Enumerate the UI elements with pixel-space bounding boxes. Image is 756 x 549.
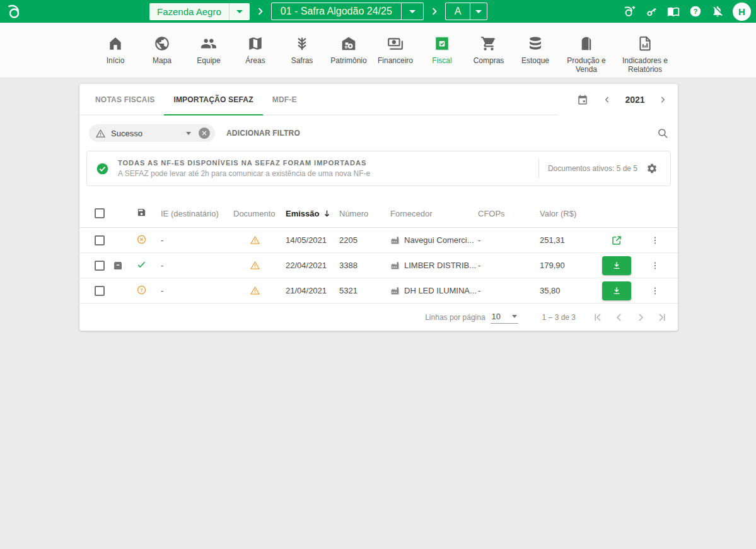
calendar-icon[interactable]: [577, 94, 588, 105]
search-button[interactable]: [657, 127, 669, 139]
last-page-button[interactable]: [656, 312, 668, 323]
field-selector[interactable]: A: [445, 3, 488, 20]
cell-fornecedor: LIMBER DISTRIB...: [404, 261, 476, 270]
map-icon: [247, 35, 264, 52]
nav-item-financeiro[interactable]: Financeiro: [372, 35, 419, 65]
first-page-button[interactable]: [592, 312, 603, 323]
chevron-left-icon: [614, 312, 625, 323]
nav-item-mapa[interactable]: Mapa: [139, 35, 185, 65]
cart-icon: [480, 35, 497, 52]
open-document-button[interactable]: [611, 235, 622, 246]
wheat-icon: [294, 35, 310, 52]
key-icon[interactable]: [644, 4, 658, 18]
warning-icon: [250, 285, 260, 296]
clear-filter-button[interactable]: [199, 127, 210, 139]
row-checkbox[interactable]: [95, 261, 105, 271]
database-icon: [527, 35, 544, 52]
column-header-ie[interactable]: IE (destinatário): [153, 209, 233, 218]
silo-icon: [578, 35, 595, 52]
row-menu-button[interactable]: [650, 261, 660, 271]
notifications-off-icon[interactable]: [711, 4, 724, 18]
row-menu-button[interactable]: [650, 235, 660, 245]
nav-item-equipe[interactable]: Equipe: [185, 35, 232, 65]
nav-item-compras[interactable]: Compras: [465, 35, 512, 65]
download-icon: [612, 261, 622, 271]
warning-icon: [250, 260, 260, 271]
tab-importacao-sefaz[interactable]: IMPORTAÇÃO SEFAZ: [164, 84, 262, 115]
tab-bar: NOTAS FISCAIS IMPORTAÇÃO SEFAZ MDF-E: [79, 84, 558, 115]
download-button[interactable]: [602, 256, 631, 275]
column-header-valor[interactable]: Valor (R$): [540, 209, 602, 218]
cell-valor: 251,31: [540, 235, 602, 245]
cell-ie: -: [153, 261, 233, 270]
cell-fornecedor: Navegui Comerci...: [404, 235, 474, 245]
add-filter-button[interactable]: ADICIONAR FILTRO: [226, 129, 300, 138]
factory-icon: [390, 286, 400, 295]
receipt-check-icon: [434, 35, 450, 52]
aegro-logo: [6, 3, 22, 20]
table-header: IE (destinatário) Documento Emissão Núme…: [79, 199, 678, 228]
chevron-down-icon: [512, 315, 517, 318]
tab-notas-fiscais[interactable]: NOTAS FISCAIS: [86, 84, 164, 115]
breadcrumb-chevron-icon: [257, 7, 264, 16]
cell-cfops: -: [478, 261, 540, 270]
chevron-down-icon: [186, 132, 191, 135]
gear-icon[interactable]: [646, 163, 658, 174]
harvest-selector[interactable]: 01 - Safra Algodão 24/25: [271, 3, 424, 20]
nav-item-fiscal[interactable]: Fiscal: [419, 35, 465, 65]
nav-item-areas[interactable]: Áreas: [232, 35, 279, 65]
unknown-icon: ?: [136, 285, 147, 295]
warning-icon: [250, 235, 260, 245]
cell-numero: 5321: [339, 286, 390, 295]
previous-year-icon[interactable]: [602, 95, 612, 105]
nav-item-producao-venda[interactable]: Produção e Venda: [559, 35, 614, 74]
nav-item-inicio[interactable]: Início: [92, 35, 139, 65]
nav-item-indicadores[interactable]: Indicadores e Relatórios: [614, 35, 676, 74]
open-in-new-icon: [611, 235, 622, 246]
money-icon: [387, 35, 404, 52]
next-page-button[interactable]: [635, 312, 646, 323]
cancelled-icon: [136, 234, 147, 245]
download-icon: [612, 286, 622, 296]
add-account-icon[interactable]: [622, 4, 636, 18]
main-navigation: Início Mapa Equipe Áreas Safras Patrimôn…: [0, 23, 756, 78]
row-checkbox[interactable]: [95, 286, 105, 296]
table-row: ? - 21/04/2021 5321 DH LED ILUMINA... - …: [79, 278, 678, 304]
nav-item-estoque[interactable]: Estoque: [512, 35, 559, 65]
nav-item-patrimonio[interactable]: Patrimônio: [325, 35, 372, 65]
people-icon: [201, 35, 217, 52]
row-checkbox[interactable]: [95, 235, 105, 245]
rows-per-page-select[interactable]: 10: [491, 310, 518, 324]
year-selector: 2021: [558, 84, 678, 115]
select-all-checkbox[interactable]: [95, 208, 105, 218]
status-filter-chip[interactable]: Sucesso: [89, 124, 215, 142]
nav-item-safras[interactable]: Safras: [279, 35, 325, 65]
previous-page-button[interactable]: [614, 312, 625, 323]
download-button[interactable]: [602, 281, 631, 300]
help-icon[interactable]: ?: [689, 4, 702, 18]
guide-book-icon[interactable]: [666, 4, 680, 18]
sort-desc-icon: [322, 209, 332, 218]
field-selector-label: A: [446, 6, 470, 17]
column-header-documento[interactable]: Documento: [233, 209, 286, 218]
next-year-icon[interactable]: [658, 95, 668, 105]
search-icon: [657, 127, 669, 139]
column-header-emissao[interactable]: Emissão: [286, 209, 339, 218]
filter-bar: Sucesso ADICIONAR FILTRO: [79, 115, 678, 151]
tab-mdf-e[interactable]: MDF-E: [263, 84, 306, 115]
archive-icon: [113, 261, 123, 271]
cell-cfops: -: [478, 286, 540, 295]
harvest-selector-label: 01 - Safra Algodão 24/25: [272, 6, 401, 17]
banner-subtitle: A SEFAZ pode levar até 2h para comunicar…: [118, 169, 370, 178]
farm-selector-label: Fazenda Aegro: [149, 6, 229, 17]
column-header-numero[interactable]: Número: [339, 209, 390, 218]
table-row: - 22/04/2021 3388 LIMBER DISTRIB... - 17…: [79, 253, 678, 278]
column-header-fornecedor[interactable]: Fornecedor: [390, 209, 478, 218]
column-header-cfops[interactable]: CFOPs: [478, 209, 540, 218]
cell-emissao: 21/04/2021: [286, 286, 339, 295]
farm-selector[interactable]: Fazenda Aegro: [149, 3, 250, 20]
cell-fornecedor: DH LED ILUMINA...: [404, 286, 477, 295]
row-menu-button[interactable]: [650, 286, 660, 296]
import-status-icon: [137, 208, 146, 217]
avatar[interactable]: H: [733, 3, 751, 21]
